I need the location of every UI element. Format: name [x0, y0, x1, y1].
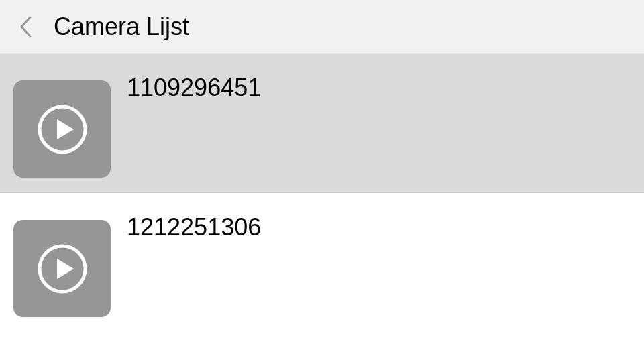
- camera-thumbnail: [13, 80, 111, 178]
- camera-id-label: 1212251306: [127, 213, 261, 241]
- svg-marker-1: [57, 119, 74, 139]
- chevron-left-icon: [19, 16, 32, 38]
- list-item[interactable]: 1109296451: [0, 54, 644, 193]
- camera-thumbnail: [13, 220, 111, 317]
- play-icon: [36, 103, 89, 156]
- svg-marker-3: [57, 259, 74, 279]
- list-item[interactable]: 1212251306: [0, 193, 644, 332]
- camera-list: 1109296451 1212251306: [0, 54, 644, 332]
- header: Camera Lijst: [0, 0, 644, 54]
- page-title: Camera Lijst: [54, 13, 189, 41]
- play-icon: [36, 243, 89, 295]
- back-button[interactable]: [19, 15, 32, 39]
- camera-id-label: 1109296451: [127, 74, 261, 102]
